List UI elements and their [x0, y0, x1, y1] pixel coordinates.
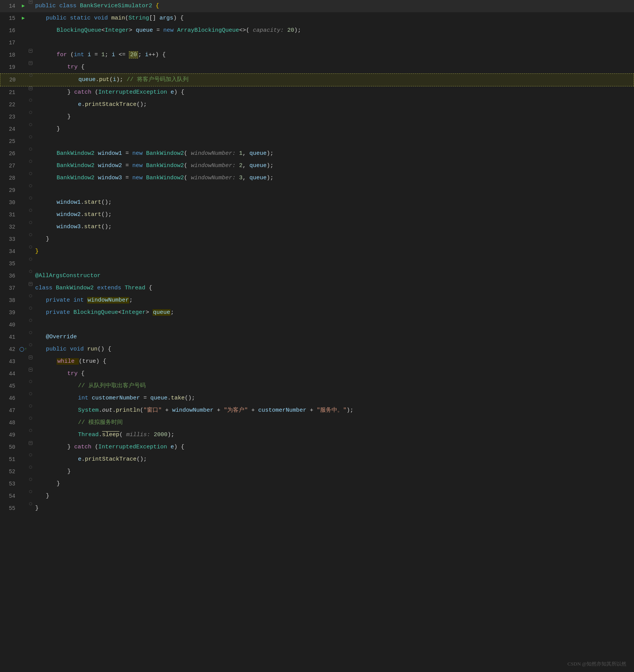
- fold-area: [28, 160, 34, 163]
- fold-button[interactable]: −: [29, 282, 33, 286]
- code-line: 20queue.put(i); // 将客户号码加入队列: [0, 73, 634, 86]
- line-indicator-icon: [29, 380, 32, 383]
- fold-area: [28, 417, 34, 420]
- line-number: 48: [0, 417, 19, 429]
- code-line: 23}: [0, 111, 634, 123]
- fold-button[interactable]: −: [29, 368, 33, 372]
- fold-area: [28, 209, 34, 212]
- line-number: 38: [0, 294, 19, 307]
- line-number: 54: [0, 490, 19, 502]
- fold-area: [28, 307, 34, 310]
- token: 20: [129, 51, 138, 58]
- code-content: Thread.sleep( millis: 2000);: [34, 429, 634, 441]
- code-content: while (true) {: [34, 355, 634, 368]
- token: ();: [101, 199, 112, 206]
- token: String: [128, 15, 149, 21]
- token: ) {: [174, 89, 184, 96]
- run-arrow-icon: ▶: [22, 12, 25, 24]
- token: InterruptedException: [98, 89, 171, 96]
- line-number: 25: [0, 135, 19, 148]
- token: }: [35, 248, 39, 255]
- code-content: System.out.println("窗口" + windowNumber +…: [34, 404, 634, 417]
- line-number: 32: [0, 221, 19, 233]
- fold-area: [28, 294, 34, 297]
- token: class: [59, 3, 80, 9]
- code-content: window3.start();: [34, 221, 634, 233]
- token: take: [171, 395, 185, 401]
- token: <: [101, 27, 105, 34]
- token: capacity:: [249, 27, 287, 34]
- token: "服务中。": [317, 407, 346, 414]
- token: // 将客户号码加入队列: [127, 76, 189, 83]
- code-content: }: [34, 466, 634, 478]
- token: public: [46, 15, 70, 21]
- code-line: 19−try {: [0, 61, 634, 73]
- fold-area: [28, 221, 34, 224]
- token: args: [159, 15, 173, 21]
- token: }: [57, 480, 60, 487]
- token: BlockingQueue: [57, 27, 101, 34]
- code-line: 27BankWindow2 window2 = new BankWindow2(…: [0, 160, 634, 172]
- token: .: [99, 432, 102, 438]
- token: System: [78, 407, 99, 414]
- line-indicator-icon: [29, 209, 32, 212]
- code-line: 17: [0, 37, 634, 49]
- code-content: e.printStackTrace();: [34, 453, 634, 466]
- code-line: 22e.printStackTrace();: [0, 99, 634, 111]
- token: queue: [78, 76, 96, 83]
- fold-button[interactable]: −: [29, 441, 33, 445]
- code-content: } catch (InterruptedException e) {: [34, 441, 634, 453]
- fold-area: [28, 270, 34, 273]
- token: queue: [136, 27, 153, 34]
- fold-button[interactable]: −: [29, 0, 33, 4]
- token: (: [119, 432, 123, 438]
- code-content: public class BankServiceSimulator2 {: [34, 0, 634, 12]
- line-number: 52: [0, 466, 19, 478]
- token: );: [267, 150, 273, 157]
- token: BankWindow2: [146, 175, 184, 181]
- fold-button[interactable]: −: [29, 61, 33, 65]
- code-line: 14▶−public class BankServiceSimulator2 {: [0, 0, 634, 12]
- token: ();: [101, 211, 112, 218]
- token: Integer: [122, 309, 146, 316]
- fold-button[interactable]: −: [29, 49, 33, 53]
- token: }: [67, 468, 71, 475]
- line-indicator-icon: [29, 478, 32, 481]
- token: ();: [137, 456, 147, 463]
- fold-button[interactable]: −: [29, 355, 33, 359]
- token: catch: [74, 444, 95, 450]
- token: (: [109, 76, 113, 83]
- token: ;: [129, 297, 133, 304]
- arrow-area: ▶: [19, 0, 28, 12]
- token: void: [70, 346, 87, 352]
- fold-area: [28, 319, 34, 322]
- line-number: 24: [0, 123, 19, 135]
- token: e: [171, 444, 174, 450]
- token: {: [81, 370, 85, 377]
- code-editor: 14▶−public class BankServiceSimulator2 {…: [0, 0, 634, 672]
- token: main: [111, 15, 125, 21]
- line-number: 20: [0, 74, 20, 86]
- token: =: [140, 395, 150, 401]
- token: sleep: [102, 432, 119, 438]
- code-content: // 模拟服务时间: [34, 417, 634, 429]
- fold-area: [28, 258, 34, 261]
- token: 1: [101, 52, 105, 58]
- token: start: [84, 199, 101, 206]
- line-number: 29: [0, 184, 19, 196]
- token: customerNumber: [92, 395, 140, 401]
- line-number: 39: [0, 307, 19, 319]
- token: try: [67, 370, 81, 377]
- token: 2: [239, 162, 242, 169]
- fold-area: [28, 392, 34, 395]
- fold-area: −: [28, 368, 34, 372]
- code-line: 36@AllArgsConstructor: [0, 270, 634, 282]
- token: BankWindow2: [146, 150, 184, 157]
- fold-area: [28, 74, 34, 77]
- token: new: [163, 27, 177, 34]
- fold-area: [28, 123, 34, 126]
- fold-button[interactable]: −: [29, 86, 33, 90]
- token: ,: [242, 162, 249, 169]
- line-indicator-icon: [29, 417, 32, 420]
- code-line: 47System.out.println("窗口" + windowNumber…: [0, 404, 634, 417]
